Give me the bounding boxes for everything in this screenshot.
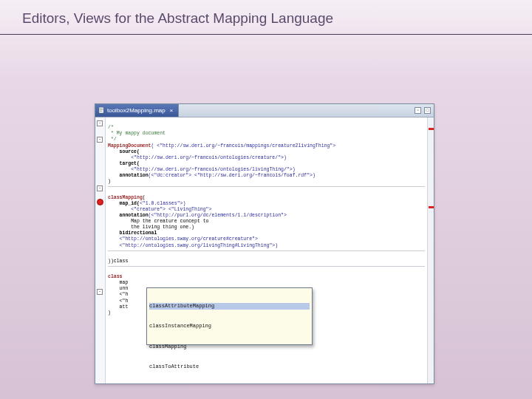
code-line: (<"http://purl.org/dc/elements/1.1/descr… (149, 213, 287, 218)
code-line: <"http://sw.deri.org/~francois/ontologie… (108, 167, 296, 172)
code-line: <"1.0.classes">) (140, 201, 185, 206)
code-line: <"h (108, 299, 128, 304)
code-line: <"h (108, 292, 128, 297)
code-area[interactable]: /* * My mappy document */ MappingDocumen… (106, 117, 427, 383)
code-line: <"http://ontologies.sway.org/creature#cr… (108, 236, 258, 242)
code-line: /* (108, 125, 114, 130)
file-icon (98, 107, 105, 114)
editor-tab[interactable]: toolbox2Mapping.map × (95, 104, 179, 117)
code-line: the living thing one.) (108, 225, 194, 230)
code-line: <"http://sw.deri.org/~francois/ontologie… (108, 155, 287, 160)
code-line: bidirectional (108, 231, 157, 236)
autocomplete-popup[interactable]: classAttributeMapping classInstanceMappi… (146, 287, 313, 345)
page-title: Editors, Views for the Abstract Mapping … (22, 10, 510, 27)
fold-toggle[interactable]: - (97, 289, 103, 295)
editor-body: - - - - /* * My mappy document */ Mappin… (95, 117, 434, 383)
code-line: annotation (108, 173, 149, 178)
code-keyword: classMapping (108, 195, 143, 200)
autocomplete-item[interactable]: classToAttribute (149, 364, 310, 370)
code-line: ) (108, 310, 111, 316)
code-line: ( <"http://sw.deri.org/~francois/mapping… (151, 143, 336, 149)
region-divider (108, 186, 425, 187)
code-line: source( (108, 149, 140, 154)
tab-label: toolbox2Mapping.map (107, 107, 166, 114)
code-line: <"creature"> (108, 207, 166, 212)
code-line: ) (108, 179, 111, 184)
error-icon[interactable] (97, 199, 103, 205)
fold-toggle[interactable]: - (97, 185, 103, 191)
region-divider (108, 266, 425, 267)
code-line: <"LivingThing"> (166, 207, 211, 212)
autocomplete-item[interactable]: classMapping (149, 344, 310, 350)
code-line: ( (143, 195, 146, 200)
overview-ruler[interactable] (427, 117, 434, 383)
code-keyword: MappingDocument (108, 143, 151, 149)
editor-window: toolbox2Mapping.map × ▫ □ - - - - /* * M… (95, 103, 434, 384)
code-line: unn (108, 286, 128, 291)
code-line: annotation (108, 213, 149, 218)
title-divider (0, 34, 532, 35)
error-marker[interactable] (429, 206, 434, 208)
code-line: att (108, 304, 128, 310)
code-keyword: class (108, 274, 123, 279)
gutter[interactable]: - - - - (95, 117, 106, 383)
error-marker[interactable] (429, 128, 434, 130)
svg-rect-0 (99, 107, 103, 113)
close-icon[interactable]: × (168, 107, 175, 115)
code-line: ))class (108, 259, 128, 264)
autocomplete-item[interactable]: classInstanceMapping (149, 323, 310, 330)
code-line: map (108, 280, 128, 285)
code-line: target( (108, 161, 140, 166)
tab-bar: toolbox2Mapping.map × ▫ □ (95, 104, 434, 117)
code-line: <"http://ontologies.sway.org/livingThing… (108, 243, 278, 248)
fold-toggle[interactable]: - (97, 137, 103, 143)
minimize-button[interactable]: ▫ (415, 107, 421, 114)
code-line: map_id( (108, 201, 140, 206)
fold-toggle[interactable]: - (97, 120, 103, 126)
code-line: */ (108, 137, 117, 142)
code-line: * My mappy document (108, 131, 166, 136)
code-line: (<"dc:creator"> <"http://sw.deri.org/~fr… (149, 173, 316, 178)
region-divider (108, 250, 425, 251)
maximize-button[interactable]: □ (424, 107, 431, 114)
code-line: Map the creature concept to (108, 219, 209, 224)
autocomplete-item[interactable]: classAttributeMapping (149, 303, 310, 310)
